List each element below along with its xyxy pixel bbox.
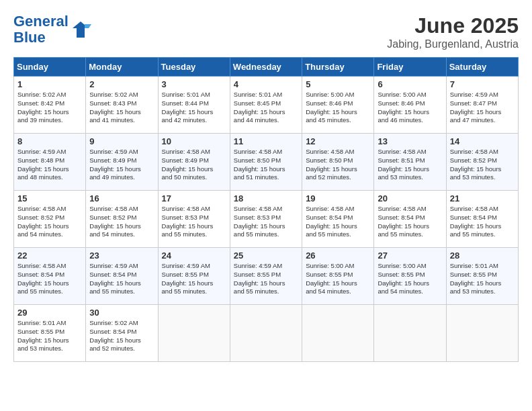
day-info: Sunrise: 4:59 AM Sunset: 8:47 PM Dayligh… [450,91,515,125]
day-number: 1 [17,79,82,89]
svg-marker-0 [73,21,89,38]
day-number: 4 [234,79,298,89]
calendar-cell: 17Sunrise: 4:58 AM Sunset: 8:53 PM Dayli… [158,191,230,248]
weekday-header-cell: Thursday [302,58,374,77]
calendar-cell: 5Sunrise: 5:00 AM Sunset: 8:46 PM Daylig… [302,77,374,134]
day-info: Sunrise: 4:58 AM Sunset: 8:49 PM Dayligh… [162,148,226,182]
day-number: 13 [378,136,442,146]
day-number: 8 [17,136,82,146]
calendar-cell: 22Sunrise: 4:58 AM Sunset: 8:54 PM Dayli… [14,248,86,305]
month-title: June 2025 [387,13,519,38]
calendar-cell: 18Sunrise: 4:58 AM Sunset: 8:53 PM Dayli… [230,191,302,248]
calendar-cell: 9Sunrise: 4:59 AM Sunset: 8:49 PM Daylig… [86,134,158,191]
title-section: June 2025 Jabing, Burgenland, Austria [387,13,519,50]
calendar-cell: 13Sunrise: 4:58 AM Sunset: 8:51 PM Dayli… [374,134,446,191]
calendar-cell: 21Sunrise: 4:58 AM Sunset: 8:54 PM Dayli… [446,191,518,248]
svg-marker-1 [85,24,91,28]
weekday-header-cell: Monday [86,58,158,77]
day-number: 16 [89,193,154,203]
calendar-cell: 16Sunrise: 4:58 AM Sunset: 8:52 PM Dayli… [86,191,158,248]
day-info: Sunrise: 5:00 AM Sunset: 8:46 PM Dayligh… [378,91,442,125]
day-number: 29 [17,308,82,318]
day-number: 14 [450,136,515,146]
day-info: Sunrise: 4:58 AM Sunset: 8:54 PM Dayligh… [306,205,370,239]
calendar-cell: 24Sunrise: 4:59 AM Sunset: 8:55 PM Dayli… [158,248,230,305]
calendar-cell: 12Sunrise: 4:58 AM Sunset: 8:50 PM Dayli… [302,134,374,191]
calendar-cell: 28Sunrise: 5:01 AM Sunset: 8:55 PM Dayli… [446,248,518,305]
day-info: Sunrise: 4:58 AM Sunset: 8:52 PM Dayligh… [17,205,82,239]
day-info: Sunrise: 5:01 AM Sunset: 8:44 PM Dayligh… [162,91,226,125]
calendar-row: 1Sunrise: 5:02 AM Sunset: 8:42 PM Daylig… [14,77,519,134]
calendar-cell: 7Sunrise: 4:59 AM Sunset: 8:47 PM Daylig… [446,77,518,134]
calendar-cell [230,305,302,362]
calendar-cell: 2Sunrise: 5:02 AM Sunset: 8:43 PM Daylig… [86,77,158,134]
day-info: Sunrise: 5:00 AM Sunset: 8:55 PM Dayligh… [306,262,370,296]
day-number: 7 [450,79,515,89]
day-info: Sunrise: 4:59 AM Sunset: 8:55 PM Dayligh… [162,262,226,296]
calendar-cell: 25Sunrise: 4:59 AM Sunset: 8:55 PM Dayli… [230,248,302,305]
day-info: Sunrise: 4:58 AM Sunset: 8:54 PM Dayligh… [17,262,82,296]
day-number: 24 [162,250,226,261]
day-info: Sunrise: 4:58 AM Sunset: 8:50 PM Dayligh… [306,148,370,182]
calendar-cell: 19Sunrise: 4:58 AM Sunset: 8:54 PM Dayli… [302,191,374,248]
day-info: Sunrise: 4:58 AM Sunset: 8:50 PM Dayligh… [234,148,298,182]
day-number: 15 [17,193,82,203]
day-info: Sunrise: 4:58 AM Sunset: 8:52 PM Dayligh… [450,148,515,182]
day-number: 11 [234,136,298,146]
calendar-cell: 15Sunrise: 4:58 AM Sunset: 8:52 PM Dayli… [14,191,86,248]
day-info: Sunrise: 4:58 AM Sunset: 8:53 PM Dayligh… [234,205,298,239]
day-info: Sunrise: 4:58 AM Sunset: 8:53 PM Dayligh… [162,205,226,239]
day-info: Sunrise: 5:01 AM Sunset: 8:45 PM Dayligh… [234,91,298,125]
day-number: 23 [89,250,154,261]
calendar-row: 15Sunrise: 4:58 AM Sunset: 8:52 PM Dayli… [14,191,519,248]
calendar-row: 8Sunrise: 4:59 AM Sunset: 8:48 PM Daylig… [14,134,519,191]
calendar-body: 1Sunrise: 5:02 AM Sunset: 8:42 PM Daylig… [14,77,519,362]
day-number: 28 [450,250,515,261]
calendar-cell [158,305,230,362]
day-number: 22 [17,250,82,261]
location-title: Jabing, Burgenland, Austria [387,38,519,50]
calendar-cell: 20Sunrise: 4:58 AM Sunset: 8:54 PM Dayli… [374,191,446,248]
calendar-cell: 6Sunrise: 5:00 AM Sunset: 8:46 PM Daylig… [374,77,446,134]
weekday-header-row: SundayMondayTuesdayWednesdayThursdayFrid… [14,58,519,77]
header: General Blue June 2025 Jabing, Burgenlan… [13,13,519,50]
day-info: Sunrise: 4:59 AM Sunset: 8:55 PM Dayligh… [234,262,298,296]
calendar-cell: 30Sunrise: 5:02 AM Sunset: 8:54 PM Dayli… [86,305,158,362]
day-number: 21 [450,193,515,203]
day-info: Sunrise: 5:01 AM Sunset: 8:55 PM Dayligh… [17,319,82,353]
day-info: Sunrise: 4:59 AM Sunset: 8:54 PM Dayligh… [89,262,154,296]
day-info: Sunrise: 4:58 AM Sunset: 8:54 PM Dayligh… [450,205,515,239]
day-info: Sunrise: 5:00 AM Sunset: 8:55 PM Dayligh… [378,262,442,296]
day-info: Sunrise: 4:58 AM Sunset: 8:54 PM Dayligh… [378,205,442,239]
calendar-cell: 10Sunrise: 4:58 AM Sunset: 8:49 PM Dayli… [158,134,230,191]
day-info: Sunrise: 5:02 AM Sunset: 8:54 PM Dayligh… [89,319,154,353]
day-number: 26 [306,250,370,261]
weekday-header-cell: Saturday [446,58,518,77]
day-number: 2 [89,79,154,89]
day-info: Sunrise: 5:01 AM Sunset: 8:55 PM Dayligh… [450,262,515,296]
day-number: 10 [162,136,226,146]
calendar-cell: 8Sunrise: 4:59 AM Sunset: 8:48 PM Daylig… [14,134,86,191]
day-info: Sunrise: 5:02 AM Sunset: 8:42 PM Dayligh… [17,91,82,125]
calendar-cell: 27Sunrise: 5:00 AM Sunset: 8:55 PM Dayli… [374,248,446,305]
calendar-cell: 14Sunrise: 4:58 AM Sunset: 8:52 PM Dayli… [446,134,518,191]
day-number: 20 [378,193,442,203]
day-number: 3 [162,79,226,89]
calendar-cell: 29Sunrise: 5:01 AM Sunset: 8:55 PM Dayli… [14,305,86,362]
calendar-cell: 3Sunrise: 5:01 AM Sunset: 8:44 PM Daylig… [158,77,230,134]
logo-text: General Blue [13,13,69,46]
day-info: Sunrise: 5:02 AM Sunset: 8:43 PM Dayligh… [89,91,154,125]
calendar-row: 22Sunrise: 4:58 AM Sunset: 8:54 PM Dayli… [14,248,519,305]
day-info: Sunrise: 5:00 AM Sunset: 8:46 PM Dayligh… [306,91,370,125]
day-number: 17 [162,193,226,203]
day-number: 30 [89,308,154,318]
day-info: Sunrise: 4:59 AM Sunset: 8:48 PM Dayligh… [17,148,82,182]
day-number: 27 [378,250,442,261]
logo: General Blue [13,13,91,46]
weekday-header-cell: Wednesday [230,58,302,77]
weekday-header-cell: Sunday [14,58,86,77]
day-number: 19 [306,193,370,203]
calendar-cell: 1Sunrise: 5:02 AM Sunset: 8:42 PM Daylig… [14,77,86,134]
calendar-row: 29Sunrise: 5:01 AM Sunset: 8:55 PM Dayli… [14,305,519,362]
logo-icon [70,19,91,40]
